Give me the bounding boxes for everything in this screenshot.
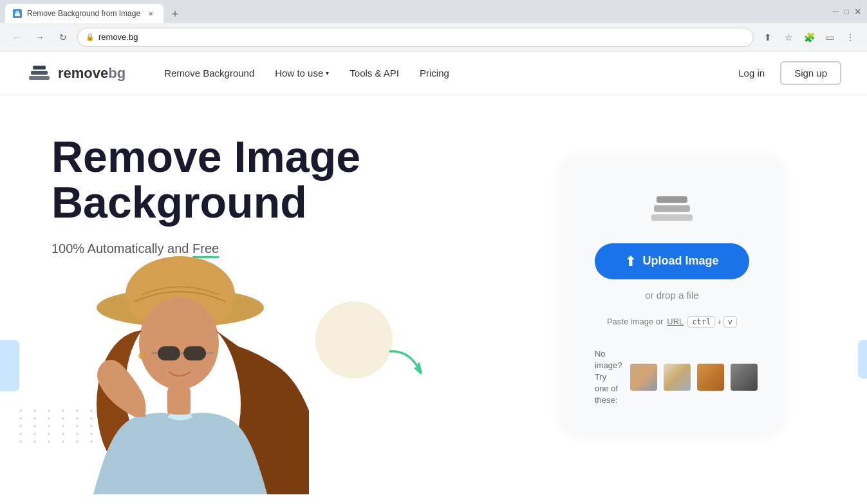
- ctrl-key: ctrl: [687, 316, 715, 328]
- close-button[interactable]: ✕: [854, 6, 862, 17]
- sidebar-button[interactable]: ▭: [821, 28, 839, 46]
- svg-rect-10: [158, 346, 180, 360]
- share-button[interactable]: ⬆: [759, 28, 777, 46]
- svg-line-14: [206, 353, 214, 353]
- hero-section: Remove Image Background 100% Automatical…: [0, 95, 867, 494]
- sample-thumb-dog[interactable]: [662, 362, 692, 392]
- browser-toolbar: ← → ↻ 🔒 remove.bg ⬆ ☆ 🧩 ▭ ⋮: [0, 23, 867, 51]
- logo-text: removebg: [58, 65, 126, 82]
- svg-rect-4: [31, 71, 48, 75]
- restore-button[interactable]: □: [844, 7, 849, 16]
- tab-close-button[interactable]: ✕: [145, 8, 156, 19]
- svg-rect-5: [33, 66, 46, 70]
- svg-rect-17: [654, 205, 690, 212]
- person-svg: [51, 218, 309, 494]
- sample-thumb-bread[interactable]: [696, 362, 725, 392]
- svg-rect-2: [16, 11, 19, 13]
- sample-thumb-person[interactable]: [629, 362, 658, 392]
- toolbar-actions: ⬆ ☆ 🧩 ▭ ⋮: [759, 28, 859, 46]
- browser-titlebar: Remove Background from Image ✕ + ─ □ ✕: [0, 0, 867, 23]
- hero-left: Remove Image Background 100% Automatical…: [0, 95, 477, 494]
- svg-line-13: [151, 353, 158, 353]
- tab-favicon: [13, 9, 22, 18]
- nav-links: Remove Background How to use ▾ Tools & A…: [164, 68, 705, 79]
- page-content: removebg Remove Background How to use ▾ …: [0, 51, 867, 504]
- url-link[interactable]: URL: [667, 317, 684, 326]
- login-button[interactable]: Log in: [731, 62, 772, 84]
- v-key: v: [723, 316, 737, 328]
- blue-accent-right: [858, 340, 867, 378]
- chevron-down-icon: ▾: [326, 70, 329, 77]
- upload-layers-icon: [646, 183, 698, 228]
- nav-remove-background[interactable]: Remove Background: [164, 68, 254, 79]
- back-button[interactable]: ←: [8, 28, 26, 46]
- svg-rect-9: [167, 385, 191, 417]
- new-tab-button[interactable]: +: [166, 5, 184, 23]
- blue-accent-left: [0, 340, 19, 391]
- active-tab[interactable]: Remove Background from Image ✕: [5, 4, 163, 23]
- tab-title-text: Remove Background from Image: [27, 9, 140, 18]
- hero-right: ⬆ Upload Image or drop a file Paste imag…: [477, 95, 867, 494]
- reload-button[interactable]: ↻: [54, 28, 72, 46]
- nav-pricing[interactable]: Pricing: [420, 68, 449, 79]
- plus-icon: +: [717, 318, 721, 326]
- upload-arrow-icon: ⬆: [625, 254, 636, 269]
- paste-row: Paste image or URL ctrl + v: [607, 316, 737, 328]
- hero-person-image: [51, 218, 309, 494]
- nav-tools-api[interactable]: Tools & API: [350, 68, 399, 79]
- logo-link[interactable]: removebg: [26, 63, 126, 84]
- svg-rect-11: [183, 346, 206, 360]
- address-bar[interactable]: 🔒 remove.bg: [77, 28, 754, 47]
- svg-rect-3: [29, 76, 50, 80]
- svg-rect-18: [657, 196, 687, 203]
- sample-thumb-car[interactable]: [729, 362, 759, 392]
- upload-image-button[interactable]: ⬆ Upload Image: [595, 243, 749, 279]
- site-nav: removebg Remove Background How to use ▾ …: [0, 51, 867, 95]
- sample-section: No image? Try one of these:: [595, 348, 749, 407]
- minimize-button[interactable]: ─: [833, 6, 839, 17]
- svg-rect-16: [651, 214, 693, 221]
- signup-button[interactable]: Sign up: [780, 61, 841, 85]
- nav-how-to-use[interactable]: How to use ▾: [275, 68, 329, 79]
- forward-button[interactable]: →: [31, 28, 49, 46]
- no-image-text: No image? Try one of these:: [595, 348, 622, 407]
- url-text: remove.bg: [98, 32, 745, 42]
- keyboard-shortcut: ctrl + v: [687, 316, 737, 328]
- logo-icon: [26, 63, 53, 84]
- security-icon: 🔒: [86, 33, 95, 41]
- tab-bar: Remove Background from Image ✕ +: [5, 0, 184, 23]
- bookmark-button[interactable]: ☆: [779, 28, 797, 46]
- svg-point-15: [138, 353, 145, 359]
- hero-title: Remove Image Background: [51, 134, 451, 226]
- extensions-button[interactable]: 🧩: [800, 28, 818, 46]
- sample-thumbnails: [629, 362, 759, 392]
- browser-window: Remove Background from Image ✕ + ─ □ ✕ ←…: [0, 0, 867, 504]
- menu-button[interactable]: ⋮: [841, 28, 859, 46]
- nav-actions: Log in Sign up: [731, 61, 841, 85]
- drop-file-text: or drop a file: [645, 290, 698, 301]
- svg-rect-0: [15, 14, 20, 16]
- upload-card: ⬆ Upload Image or drop a file Paste imag…: [563, 158, 781, 433]
